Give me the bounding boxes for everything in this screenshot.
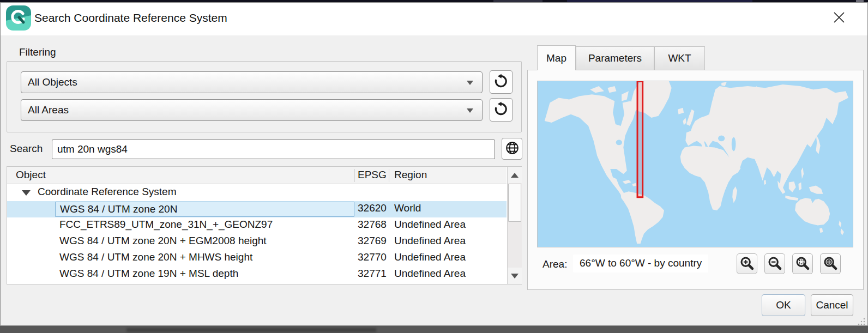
arrow-up-icon bbox=[511, 173, 519, 178]
chevron-down-icon bbox=[467, 81, 473, 85]
background-app-text-smudge bbox=[126, 328, 376, 332]
scrollbar-thumb[interactable] bbox=[508, 184, 521, 222]
table-row[interactable]: WGS 84 / UTM zone 20N + EGM2008 height 3… bbox=[7, 234, 507, 250]
cancel-button[interactable]: Cancel bbox=[811, 294, 853, 316]
region-cell[interactable]: Undefined Area bbox=[394, 268, 466, 280]
scroll-up-button[interactable] bbox=[508, 167, 522, 183]
arrow-down-icon bbox=[511, 274, 519, 278]
area-value: 66°W to 60°W - by country bbox=[573, 255, 708, 273]
tree-group-row[interactable]: Coordinate Reference System bbox=[7, 185, 507, 201]
table-row[interactable]: WGS 84 / UTM zone 20N + MHWS height 3277… bbox=[7, 250, 507, 267]
object-cell[interactable]: FCC_ETRS89_UTM_zone_31N_+_GEONZ97 bbox=[59, 219, 273, 231]
epsg-cell[interactable]: 32769 bbox=[358, 235, 387, 247]
globe-search-button[interactable] bbox=[502, 138, 522, 160]
background-app-bottom-edge bbox=[0, 326, 868, 333]
results-table-header[interactable]: Object EPSG Region bbox=[7, 167, 507, 184]
region-cell[interactable]: World bbox=[394, 202, 421, 214]
filtering-group-label: Filtering bbox=[19, 46, 56, 58]
table-row[interactable]: WGS 84 / UTM zone 19N + MSL depth 32771 … bbox=[7, 267, 507, 283]
chevron-down-icon bbox=[467, 108, 473, 113]
close-button[interactable] bbox=[827, 7, 852, 29]
epsg-cell[interactable]: 32768 bbox=[358, 219, 387, 231]
zoom-in-button[interactable] bbox=[737, 253, 757, 274]
tab-map[interactable]: Map bbox=[537, 45, 576, 70]
column-divider[interactable] bbox=[389, 169, 389, 182]
object-filter-dropdown[interactable]: All Objects bbox=[21, 71, 483, 93]
results-rows: Coordinate Reference System WGS 84 / UTM… bbox=[7, 185, 507, 283]
results-scrollbar[interactable] bbox=[507, 167, 522, 284]
region-cell[interactable]: Undefined Area bbox=[394, 219, 466, 231]
area-label: Area: bbox=[542, 258, 567, 270]
ok-button[interactable]: OK bbox=[762, 294, 805, 316]
zoom-out-icon bbox=[767, 256, 782, 273]
object-filter-value: All Objects bbox=[28, 76, 77, 88]
table-row[interactable]: FCC_ETRS89_UTM_zone_31N_+_GEONZ97 32768 … bbox=[7, 217, 507, 234]
epsg-cell[interactable]: 32770 bbox=[358, 251, 387, 263]
dialog-title: Search Coordinate Reference System bbox=[34, 11, 227, 25]
zoom-to-selection-button[interactable] bbox=[792, 253, 813, 274]
results-table: Object EPSG Region Coordinate Reference … bbox=[7, 166, 522, 284]
epsg-cell[interactable]: 32620 bbox=[358, 202, 387, 214]
globe-icon bbox=[505, 141, 520, 157]
table-row[interactable]: WGS 84 / UTM zone 20N 32620 World bbox=[7, 201, 507, 217]
epsg-cell[interactable]: 32771 bbox=[358, 268, 387, 280]
search-label: Search bbox=[10, 143, 43, 155]
resize-grip[interactable] bbox=[857, 317, 866, 326]
tab-parameters[interactable]: Parameters bbox=[576, 46, 654, 70]
reset-object-filter-button[interactable] bbox=[490, 70, 513, 94]
reset-area-filter-button[interactable] bbox=[490, 98, 513, 122]
undo-icon bbox=[493, 101, 509, 118]
area-filter-dropdown[interactable]: All Areas bbox=[21, 99, 483, 121]
world-map[interactable] bbox=[537, 81, 853, 247]
region-cell[interactable]: Undefined Area bbox=[394, 251, 466, 263]
zoom-world-icon bbox=[823, 256, 838, 273]
close-icon bbox=[832, 10, 846, 26]
screen: Search Coordinate Reference System Filte… bbox=[0, 0, 868, 333]
tab-wkt[interactable]: WKT bbox=[654, 46, 705, 70]
app-icon bbox=[6, 5, 31, 31]
undo-icon bbox=[493, 74, 509, 90]
object-cell[interactable]: WGS 84 / UTM zone 20N + EGM2008 height bbox=[59, 235, 267, 247]
group-label[interactable]: Coordinate Reference System bbox=[38, 186, 177, 198]
column-header-epsg[interactable]: EPSG bbox=[358, 169, 387, 181]
area-filter-value: All Areas bbox=[28, 104, 69, 116]
search-input[interactable] bbox=[52, 140, 495, 159]
crs-extent-rectangle bbox=[637, 81, 643, 197]
zoom-out-button[interactable] bbox=[764, 253, 785, 274]
column-header-object[interactable]: Object bbox=[16, 169, 46, 181]
zoom-in-icon bbox=[739, 256, 755, 273]
region-cell[interactable]: Undefined Area bbox=[394, 235, 466, 247]
column-header-region[interactable]: Region bbox=[394, 169, 427, 181]
scroll-down-button[interactable] bbox=[508, 268, 522, 284]
object-cell[interactable]: WGS 84 / UTM zone 19N + MSL depth bbox=[59, 268, 238, 280]
zoom-selection-icon bbox=[795, 256, 810, 273]
collapse-triangle-icon[interactable] bbox=[22, 190, 31, 196]
column-divider[interactable] bbox=[354, 169, 355, 182]
selected-object-cell[interactable]: WGS 84 / UTM zone 20N bbox=[55, 202, 354, 217]
object-cell[interactable]: WGS 84 / UTM zone 20N + MHWS height bbox=[59, 251, 252, 263]
zoom-world-button[interactable] bbox=[820, 253, 841, 274]
